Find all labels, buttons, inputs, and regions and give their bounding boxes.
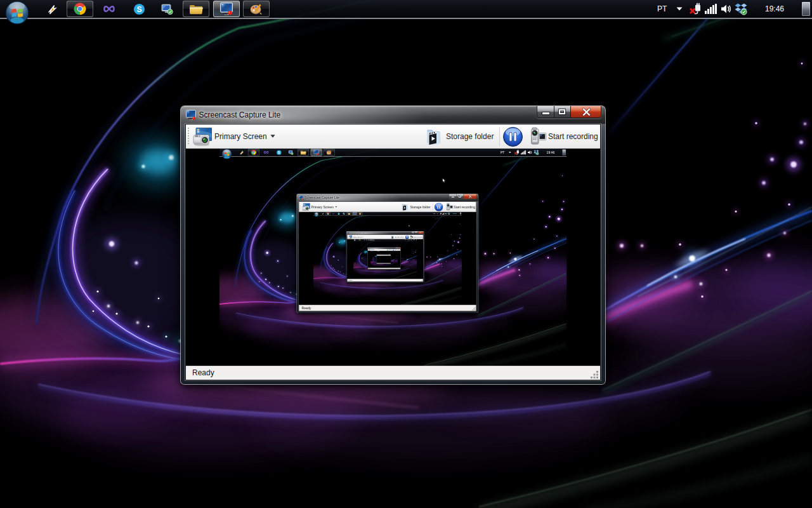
svg-text:S: S [278, 150, 280, 154]
svg-text:S: S [136, 5, 141, 14]
